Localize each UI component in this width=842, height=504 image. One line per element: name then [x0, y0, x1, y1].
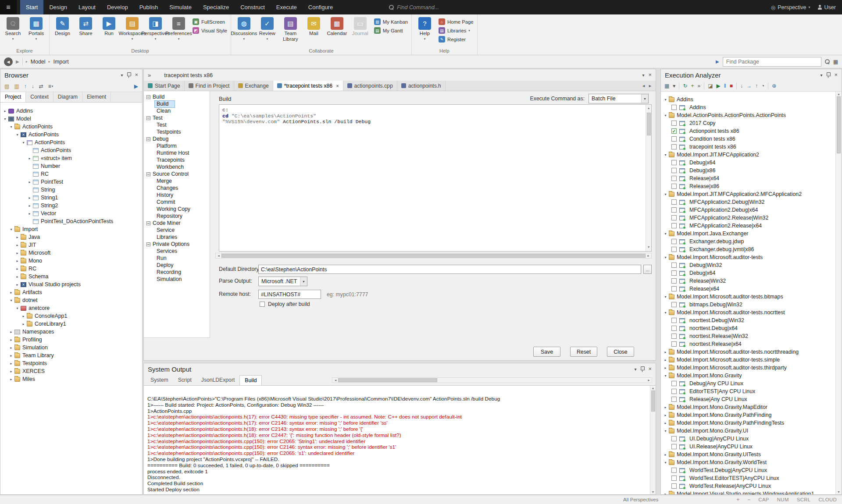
browse-button[interactable]: ...: [643, 265, 652, 274]
analyzer-script-bitmaps-debug-win32[interactable]: bitmaps.Debug|Win32: [661, 301, 835, 309]
step-out-icon[interactable]: ↑: [755, 83, 758, 89]
script-checkbox[interactable]: [671, 215, 677, 220]
analyzer-folder-model-import-mono-gravity[interactable]: ▾Model.Import.Mono.Gravity: [661, 372, 835, 380]
perspectives-status[interactable]: All Perspectives: [623, 497, 658, 502]
menu-tab-execute[interactable]: Execute: [271, 0, 303, 14]
breadcrumb-item-import[interactable]: Import: [53, 59, 68, 65]
tree-item-namespaces[interactable]: ▸Namespaces: [0, 328, 142, 336]
script-item-testpoints[interactable]: Testpoints: [144, 128, 210, 135]
debug-run-icon[interactable]: ▶: [716, 83, 720, 89]
analyzer-script-exchanger-debug-jdwp[interactable]: Exchanger.debug.jdwp: [661, 238, 835, 245]
tree-arrow-icon[interactable]: ▸: [663, 366, 668, 370]
scrollbar-thumb[interactable]: [221, 254, 646, 258]
script-item-clean[interactable]: Clean: [144, 107, 210, 114]
pin-icon[interactable]: [640, 366, 644, 372]
tree-arrow-icon[interactable]: ▾: [663, 256, 668, 259]
analyzer-script-debug-x64[interactable]: Debug|x64: [661, 269, 835, 277]
tree-arrow-icon[interactable]: ▸: [2, 109, 8, 113]
tree-arrow-icon[interactable]: ▸: [14, 235, 20, 239]
menu-icon[interactable]: ≡▾: [48, 83, 54, 89]
analyzer-folder-model-import-microsoft-auditor-tests-thirdparty[interactable]: ▸Model.Import.Microsoft.auditor-tests.th…: [661, 364, 835, 372]
tree-arrow-icon[interactable]: ▸: [8, 354, 14, 358]
tree-item-actionpoints[interactable]: ActionPoints: [0, 146, 142, 154]
tree-arrow-icon[interactable]: ▸: [27, 156, 32, 160]
analyzer-script-condition-tests-x86[interactable]: Condition tests x86: [661, 135, 835, 143]
scroll-down-icon[interactable]: ▼: [837, 490, 840, 494]
scrollbar-thumb[interactable]: [837, 96, 841, 153]
tree-arrow-icon[interactable]: ▸: [663, 358, 668, 362]
new-package-icon[interactable]: ▥: [14, 83, 19, 89]
tree-arrow-icon[interactable]: ▸: [21, 314, 26, 318]
tree-item-miles[interactable]: ▸Miles: [0, 375, 142, 383]
tree-item-string1[interactable]: ▸String1: [0, 194, 142, 202]
new-model-icon[interactable]: ▤: [4, 83, 9, 89]
close-tab-icon[interactable]: ×: [336, 83, 339, 89]
default-directory-input[interactable]: [258, 265, 641, 274]
scrollbar-thumb[interactable]: [338, 378, 437, 382]
tree-arrow-icon[interactable]: ▸: [14, 251, 20, 255]
document-tab-actionpoints-h[interactable]: actionpoints.h: [397, 81, 446, 91]
script-checkbox[interactable]: [671, 263, 677, 268]
tree-item-import[interactable]: ▾Import: [0, 225, 142, 233]
script-item-deploy[interactable]: Deploy: [144, 262, 210, 269]
analyzer-script-worldtest-release-anycpu-linux[interactable]: WorldTest.Release|AnyCPU Linux: [661, 482, 835, 490]
tree-arrow-icon[interactable]: ▸: [27, 204, 32, 208]
tree-item-actionpoints[interactable]: ▾ActionPoints: [0, 131, 142, 138]
tree-arrow-icon[interactable]: ▾: [8, 298, 14, 302]
analyzer-script-nocrttest-debug-x64[interactable]: nocrttest.Debug|x64: [661, 324, 835, 332]
step-in-icon[interactable]: ↓: [740, 83, 743, 89]
ribbon-button-preferences[interactable]: ≡Preferences▾: [167, 15, 190, 41]
analyzer-script-release-x86[interactable]: Release|x86: [661, 182, 835, 190]
document-tab-find-in-project[interactable]: Find in Project: [185, 81, 234, 91]
analyzer-script-ui-release-anycpu-linux[interactable]: UI.Release|AnyCPU Linux: [661, 443, 835, 451]
script-item-test[interactable]: Test: [144, 121, 210, 128]
tree-item-mono[interactable]: ▸Mono: [0, 257, 142, 265]
scroll-right-icon[interactable]: ►: [648, 84, 652, 88]
collapse-icon[interactable]: [146, 95, 150, 99]
script-item-tracepoints[interactable]: Tracepoints: [144, 156, 210, 163]
reset-button[interactable]: Reset: [570, 347, 597, 357]
ribbon-button-home-page[interactable]: ⌂Home Page: [439, 18, 474, 25]
scrollbar-thumb[interactable]: [651, 390, 655, 412]
tree-item-team-library[interactable]: ▸Team Library: [0, 351, 142, 359]
analyzer-script-addins[interactable]: Addins: [661, 103, 835, 111]
parse-output-select[interactable]: Microsoft .NET ▼: [258, 277, 307, 286]
script-item-platform[interactable]: Platform: [144, 142, 210, 149]
ribbon-button-workspaces[interactable]: ▤Workspaces▾: [121, 15, 144, 41]
analyzer-script-release-any-cpu-linux[interactable]: Release|Any CPU Linux: [661, 395, 835, 403]
tree-arrow-icon[interactable]: ▸: [8, 377, 14, 381]
tree-item-actionpoints[interactable]: ▾ActionPoints: [0, 123, 142, 131]
script-checkbox[interactable]: [671, 302, 677, 307]
script-item-build[interactable]: Build: [144, 100, 210, 107]
output-vertical-scrollbar[interactable]: ▲ ▼: [650, 386, 656, 494]
collapse-icon[interactable]: [146, 116, 150, 120]
collapse-icon[interactable]: [146, 242, 150, 246]
tree-arrow-icon[interactable]: ▾: [663, 232, 668, 236]
new-script-icon[interactable]: +: [691, 83, 694, 89]
script-checkbox[interactable]: [671, 286, 677, 291]
tree-arrow-icon[interactable]: ▸: [21, 322, 26, 326]
refresh-icon[interactable]: ↻: [683, 83, 687, 89]
deploy-after-build-checkbox[interactable]: [260, 302, 265, 307]
script-checkbox[interactable]: [671, 483, 677, 489]
ribbon-button-review[interactable]: ✓Review▾: [256, 15, 279, 41]
tree-item-vector[interactable]: ▸Vector: [0, 209, 142, 217]
menu-tab-start[interactable]: Start: [20, 0, 43, 14]
user-menu[interactable]: User: [817, 4, 836, 11]
script-section-source-control[interactable]: Source Control: [144, 170, 210, 177]
analyzer-script-release-x64[interactable]: Release|x64: [661, 285, 835, 293]
analyzer-script-debug-any-cpu-linux[interactable]: Debug|Any CPU Linux: [661, 380, 835, 387]
script-checkbox[interactable]: [671, 223, 677, 228]
tree-arrow-icon[interactable]: ▸: [27, 180, 32, 184]
pin-icon[interactable]: [826, 72, 830, 78]
ribbon-button-share[interactable]: ⇄Share: [74, 15, 97, 36]
back-button[interactable]: ◄: [4, 57, 13, 66]
close-icon[interactable]: ×: [648, 73, 652, 77]
scroll-down-icon[interactable]: ▼: [648, 244, 649, 252]
analyzer-folder-model-actionpoints-actionpoints-actionpoints[interactable]: ▾Model.ActionPoints.ActionPoints.ActionP…: [661, 111, 835, 119]
forward-button[interactable]: ▶: [16, 59, 19, 64]
find-command-box[interactable]: Find Command...: [389, 4, 439, 11]
expand-icon[interactable]: ▶: [716, 59, 719, 64]
script-item-service[interactable]: Service: [144, 227, 210, 234]
ribbon-button-run[interactable]: ▶Run: [97, 15, 121, 36]
